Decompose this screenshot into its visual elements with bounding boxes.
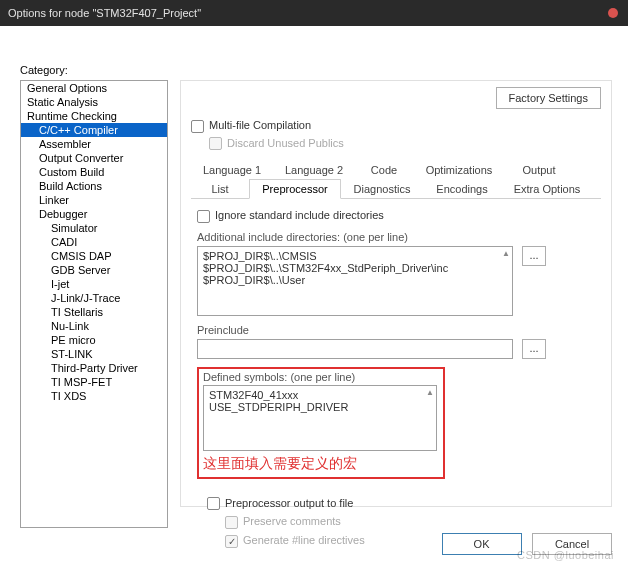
sidebar-item[interactable]: Custom Build bbox=[21, 165, 167, 179]
tab-strip: Language 1Language 2CodeOptimizationsOut… bbox=[191, 160, 601, 199]
ignore-label: Ignore standard include directories bbox=[215, 209, 384, 221]
list-item[interactable]: USE_STDPERIPH_DRIVER bbox=[209, 401, 431, 413]
sidebar-item[interactable]: I-jet bbox=[21, 277, 167, 291]
preserve-label: Preserve comments bbox=[243, 515, 341, 527]
sidebar-item[interactable]: C/C++ Compiler bbox=[21, 123, 167, 137]
discard-checkbox bbox=[209, 137, 222, 150]
defined-symbols-group: Defined symbols: (one per line) ▲STM32F4… bbox=[197, 367, 445, 479]
browse-preinclude-button[interactable]: ... bbox=[522, 339, 546, 359]
dialog-content: Category: General OptionsStatic Analysis… bbox=[0, 26, 628, 569]
tab[interactable]: Diagnostics bbox=[341, 179, 423, 199]
browse-include-button[interactable]: ... bbox=[522, 246, 546, 266]
preinclude-input[interactable] bbox=[197, 339, 513, 359]
sidebar-item[interactable]: General Options bbox=[21, 81, 167, 95]
tab[interactable]: Encodings bbox=[423, 179, 501, 199]
tab[interactable]: Optimizations bbox=[413, 160, 505, 180]
include-dirs-label: Additional include directories: (one per… bbox=[197, 231, 595, 243]
scroll-up-icon[interactable]: ▲ bbox=[426, 388, 434, 397]
tab[interactable]: Preprocessor bbox=[249, 179, 341, 199]
multifile-label: Multi-file Compilation bbox=[209, 119, 311, 131]
pp-output-options: Preprocessor output to file Preserve com… bbox=[207, 497, 365, 553]
list-item[interactable]: STM32F40_41xxx bbox=[209, 389, 431, 401]
sidebar-item[interactable]: ST-LINK bbox=[21, 347, 167, 361]
tab[interactable]: List bbox=[191, 179, 249, 199]
sidebar-item[interactable]: J-Link/J-Trace bbox=[21, 291, 167, 305]
sidebar-item[interactable]: Linker bbox=[21, 193, 167, 207]
sidebar-item[interactable]: CADI bbox=[21, 235, 167, 249]
sidebar-item[interactable]: Build Actions bbox=[21, 179, 167, 193]
tab[interactable]: Extra Options bbox=[501, 179, 593, 199]
discard-row: Discard Unused Publics bbox=[209, 137, 601, 151]
sidebar-item[interactable]: Output Converter bbox=[21, 151, 167, 165]
sidebar-item[interactable]: TI MSP-FET bbox=[21, 375, 167, 389]
title-bar: Options for node "STM32F407_Project" bbox=[0, 0, 628, 26]
preserve-checkbox bbox=[225, 516, 238, 529]
tab[interactable]: Code bbox=[355, 160, 413, 180]
genline-checkbox bbox=[225, 535, 238, 548]
sidebar-item[interactable]: CMSIS DAP bbox=[21, 249, 167, 263]
sidebar-item[interactable]: Nu-Link bbox=[21, 319, 167, 333]
watermark-text: CSDN @luobeihai bbox=[517, 549, 614, 561]
ignore-checkbox[interactable] bbox=[197, 210, 210, 223]
ok-button[interactable]: OK bbox=[442, 533, 522, 555]
pp-output-checkbox[interactable] bbox=[207, 497, 220, 510]
include-dirs-input[interactable]: ▲$PROJ_DIR$\..\CMSIS$PROJ_DIR$\..\STM32F… bbox=[197, 246, 513, 316]
sidebar-item[interactable]: Debugger bbox=[21, 207, 167, 221]
sidebar-item[interactable]: Third-Party Driver bbox=[21, 361, 167, 375]
scroll-up-icon[interactable]: ▲ bbox=[502, 249, 510, 258]
defined-symbols-input[interactable]: ▲STM32F40_41xxxUSE_STDPERIPH_DRIVER bbox=[203, 385, 437, 451]
genline-label: Generate #line directives bbox=[243, 534, 365, 546]
close-icon[interactable] bbox=[608, 8, 618, 18]
ignore-row: Ignore standard include directories bbox=[197, 209, 595, 223]
list-item[interactable]: $PROJ_DIR$\..\STM32F4xx_StdPeriph_Driver… bbox=[203, 262, 507, 274]
defined-symbols-label: Defined symbols: (one per line) bbox=[203, 371, 439, 383]
discard-label: Discard Unused Publics bbox=[227, 137, 344, 149]
sidebar-item[interactable]: Runtime Checking bbox=[21, 109, 167, 123]
category-label: Category: bbox=[20, 64, 68, 76]
sidebar-item[interactable]: PE micro bbox=[21, 333, 167, 347]
annotation-text: 这里面填入需要定义的宏 bbox=[203, 455, 439, 473]
sidebar-item[interactable]: GDB Server bbox=[21, 263, 167, 277]
sidebar-item[interactable]: TI Stellaris bbox=[21, 305, 167, 319]
sidebar-item[interactable]: Static Analysis bbox=[21, 95, 167, 109]
window-title: Options for node "STM32F407_Project" bbox=[8, 7, 201, 19]
sidebar-item[interactable]: Assembler bbox=[21, 137, 167, 151]
tab[interactable]: Output bbox=[505, 160, 573, 180]
factory-settings-button[interactable]: Factory Settings bbox=[496, 87, 601, 109]
sidebar-item[interactable]: TI XDS bbox=[21, 389, 167, 403]
preinclude-label: Preinclude bbox=[197, 324, 595, 336]
list-item[interactable]: $PROJ_DIR$\..\CMSIS bbox=[203, 250, 507, 262]
preprocessor-panel: Ignore standard include directories Addi… bbox=[191, 199, 601, 558]
pp-output-label: Preprocessor output to file bbox=[225, 497, 353, 509]
multifile-checkbox[interactable] bbox=[191, 120, 204, 133]
tab[interactable]: Language 1 bbox=[191, 160, 273, 180]
sidebar-item[interactable]: Simulator bbox=[21, 221, 167, 235]
multifile-row: Multi-file Compilation bbox=[191, 119, 601, 133]
category-list[interactable]: General OptionsStatic AnalysisRuntime Ch… bbox=[20, 80, 168, 528]
options-panel: Factory Settings Multi-file Compilation … bbox=[180, 80, 612, 507]
tab[interactable]: Language 2 bbox=[273, 160, 355, 180]
list-item[interactable]: $PROJ_DIR$\..\User bbox=[203, 274, 507, 286]
